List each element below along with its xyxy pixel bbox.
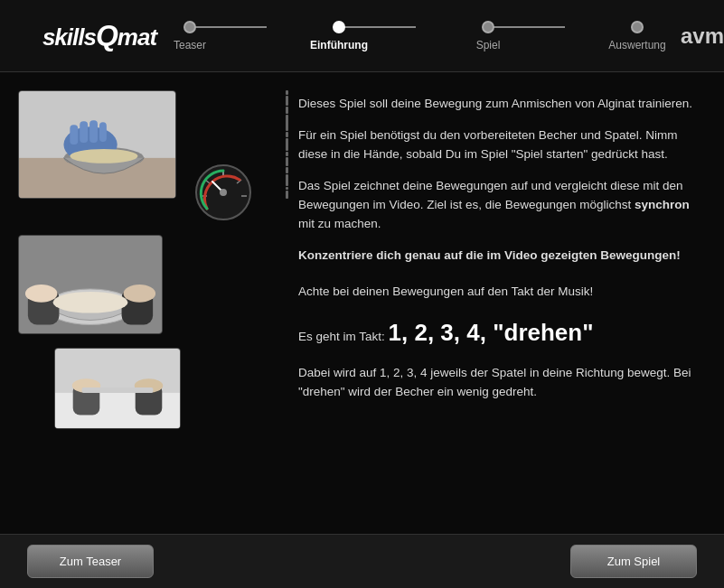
logo-q: Q — [96, 19, 118, 51]
step-circle-auswertung — [631, 21, 644, 33]
step-line-1 — [190, 26, 267, 28]
thumb-svg-3 — [55, 348, 180, 429]
para-2: Für ein Spiel benötigst du den vorbereit… — [298, 126, 697, 164]
para-5-text: Achte bei deinen Bewegungen auf den Takt… — [298, 285, 593, 298]
wave-bar — [286, 138, 288, 152]
para-4: Konzentriere dich genau auf die im Video… — [298, 247, 697, 266]
step-line-2 — [339, 26, 416, 28]
svg-rect-26 — [82, 387, 154, 393]
step-circle-teaser — [183, 21, 196, 33]
para-5: Achte bei deinen Bewegungen auf den Takt… — [298, 283, 697, 302]
thumb-img-3 — [55, 349, 180, 428]
logo-skills: skills — [42, 23, 96, 51]
thumb-img-2 — [19, 236, 162, 333]
wave-bar — [286, 187, 288, 190]
para-4-text: Konzentriere dich genau auf die im Video… — [298, 248, 681, 262]
footer: Zum Teaser Zum Spiel — [0, 534, 724, 588]
waveform — [276, 90, 298, 199]
logo-mat: mat — [118, 23, 156, 51]
main-content: Dieses Spiel soll deine Bewegung zum Anm… — [0, 72, 724, 534]
para-6-bold: 1, 2, 3, 4, "drehen" — [389, 319, 594, 346]
para-2-text: Für ein Spiel benötigst du den vorbereit… — [298, 128, 678, 161]
para-3-bold: synchron — [635, 198, 690, 211]
wave-bar — [286, 174, 288, 186]
para-6-pre: Es geht im Takt: — [298, 330, 389, 343]
wave-bar — [286, 115, 288, 130]
left-panel — [18, 90, 271, 525]
step-einfuehrung[interactable]: Einführung — [303, 21, 375, 51]
step-label-teaser: Teaser — [174, 39, 206, 51]
step-spiel[interactable]: Spiel — [452, 21, 524, 51]
thumb-svg-2 — [19, 235, 162, 334]
header: skillsQmat Teaser Einführung Spiel Auswe… — [0, 0, 724, 72]
wave-bar — [286, 167, 288, 173]
speedometer-svg — [194, 163, 253, 222]
para-7: Dabei wird auf 1, 2, 3, 4 jeweils der Sp… — [298, 364, 697, 402]
thumbnail-2 — [18, 235, 163, 334]
avmz-logo: avmz — [673, 23, 724, 49]
step-label-einfuehrung: Einführung — [310, 39, 368, 51]
wave-bar — [286, 107, 288, 114]
step-circle-einfuehrung — [333, 21, 345, 33]
svg-point-12 — [220, 189, 227, 196]
para-3-pre: Das Spiel zeichnet deine Bewegungen auf … — [298, 179, 683, 211]
wave-bar — [286, 90, 288, 95]
wave-bar — [286, 191, 288, 199]
right-panel: Dieses Spiel soll deine Bewegung zum Anm… — [289, 90, 706, 525]
image-group-1 — [18, 90, 271, 199]
svg-rect-8 — [99, 122, 107, 142]
para-1: Dieses Spiel soll deine Bewegung zum Anm… — [298, 95, 697, 114]
wave-bar — [286, 157, 288, 166]
step-label-auswertung: Auswertung — [608, 39, 665, 51]
svg-point-19 — [53, 292, 128, 313]
avmz-text: avmz — [681, 23, 724, 49]
svg-rect-5 — [70, 125, 78, 145]
svg-point-18 — [124, 285, 156, 303]
step-teaser[interactable]: Teaser — [154, 21, 226, 51]
image-group-3 — [18, 348, 271, 429]
thumb-img-1 — [19, 91, 175, 198]
svg-point-9 — [70, 149, 137, 163]
para-6: Es geht im Takt: 1, 2, 3, 4, "drehen" — [298, 314, 697, 350]
speedometer-wrapper — [194, 163, 253, 226]
step-auswertung[interactable]: Auswertung — [601, 21, 673, 51]
para-7-text: Dabei wird auf 1, 2, 3, 4 jeweils der Sp… — [298, 366, 691, 398]
para-1-text: Dieses Spiel soll deine Bewegung zum Anm… — [298, 97, 692, 110]
para-3-post: mit zu machen. — [298, 217, 381, 230]
step-circle-spiel — [482, 21, 494, 33]
wave-bar — [286, 132, 288, 137]
svg-point-17 — [25, 285, 58, 303]
nav-steps: Teaser Einführung Spiel Auswertung — [154, 21, 673, 51]
svg-rect-6 — [80, 121, 88, 143]
step-line-3 — [488, 26, 565, 28]
thumbnail-3 — [54, 348, 181, 429]
btn-zum-spiel[interactable]: Zum Spiel — [570, 545, 697, 578]
wave-bar — [286, 152, 288, 156]
image-group-2 — [18, 235, 271, 334]
wave-bar — [286, 96, 288, 107]
svg-rect-7 — [89, 120, 98, 143]
btn-zum-teaser[interactable]: Zum Teaser — [27, 545, 154, 578]
para-3: Das Spiel zeichnet deine Bewegungen auf … — [298, 177, 697, 234]
logo-text: skillsQmat — [42, 19, 156, 52]
step-label-spiel: Spiel — [476, 39, 501, 51]
thumbnail-1 — [18, 90, 176, 199]
thumb-svg-1 — [19, 90, 175, 199]
